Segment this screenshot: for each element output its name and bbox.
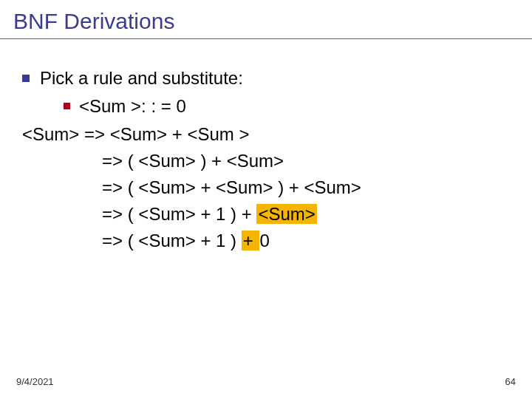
- highlight-sum: <Sum>: [256, 204, 316, 224]
- derivation-text-4a: => ( <Sum> + 1 ) +: [102, 204, 256, 224]
- bullet-line-1: Pick a rule and substitute:: [22, 65, 510, 92]
- footer-date: 9/4/2021: [16, 376, 54, 387]
- derivation-text-5a: => ( <Sum> + 1 ): [102, 231, 242, 250]
- bullet-line-2: <Sum >: : = 0: [64, 93, 510, 120]
- square-sub-bullet-icon: [64, 103, 70, 109]
- title-underline: [0, 38, 532, 39]
- bullet-text-1: Pick a rule and substitute:: [40, 68, 243, 88]
- derivation-line-2: => ( <Sum> ) + <Sum>: [102, 148, 510, 174]
- derivation-line-5: => ( <Sum> + 1 ) + 0: [102, 228, 510, 254]
- slide-title: BNF Derivations: [13, 9, 174, 34]
- highlight-plus: +: [242, 231, 260, 250]
- derivation-text-5c: 0: [259, 231, 269, 250]
- derivation-line-1: <Sum> => <Sum> + <Sum >: [22, 121, 510, 148]
- derivation-line-3: => ( <Sum> + <Sum> ) + <Sum>: [102, 174, 510, 201]
- square-bullet-icon: [22, 75, 30, 82]
- footer-page-number: 64: [505, 376, 516, 387]
- slide-content: Pick a rule and substitute: <Sum >: : = …: [22, 65, 510, 254]
- bullet-text-2: <Sum >: : = 0: [79, 96, 186, 116]
- derivation-line-4: => ( <Sum> + 1 ) + <Sum>: [102, 201, 510, 228]
